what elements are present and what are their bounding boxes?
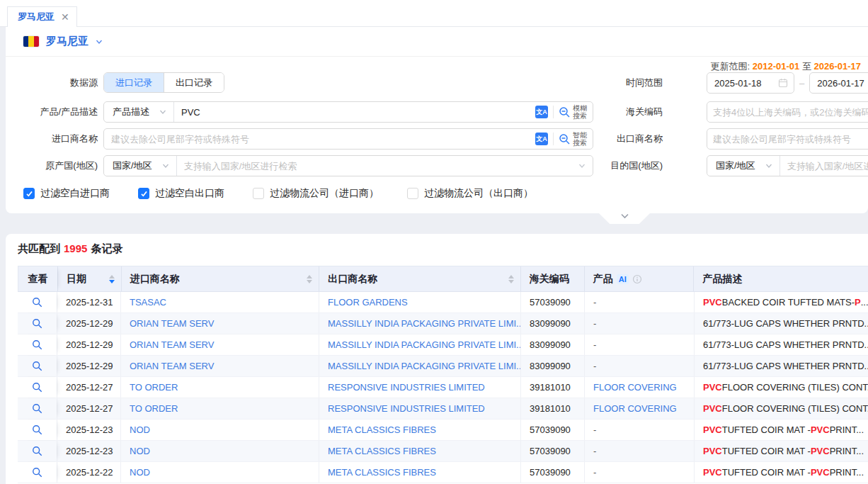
sort-carets[interactable] (307, 275, 312, 283)
importer-link[interactable]: ORIAN TEAM SERV (130, 361, 214, 371)
table-row: 2025-12-22NODMETA CLASSICS FIBRES5703909… (18, 462, 868, 483)
checkbox-checked-icon[interactable] (23, 188, 35, 199)
view-record-button[interactable] (18, 441, 57, 461)
table-row: 2025-12-27TO ORDERRESPONSIVE INDUSTRIES … (18, 377, 868, 398)
tab-romania[interactable]: 罗马尼亚 ✕ (7, 6, 77, 27)
filter-checkbox[interactable]: 过滤空白进口商 (23, 187, 110, 200)
highlight-term: PVC (703, 467, 722, 478)
importer-link[interactable]: TSASAC (130, 297, 166, 308)
col-header-desc: 产品描述 (693, 266, 868, 291)
results-panel: 共匹配到1995条记录 查看 日期 进口商名称 出口商名称 海关编码 产品 AI (6, 234, 868, 484)
destination-input[interactable] (780, 156, 868, 176)
origin-label: 原产国(地区) (6, 155, 98, 176)
view-record-button[interactable] (18, 377, 57, 398)
end-date-input[interactable] (809, 72, 868, 94)
importer-link[interactable]: NOD (130, 424, 150, 435)
search-icon (32, 382, 42, 393)
product-link[interactable]: FLOOR COVERING (593, 403, 677, 414)
start-date-field[interactable] (707, 78, 778, 89)
exporter-link[interactable]: RESPONSIVE INDUSTRIES LIMITED (328, 403, 485, 414)
sort-carets[interactable] (109, 275, 115, 283)
import-records-button[interactable]: 进口记录 (104, 73, 164, 92)
cell-exporter: META CLASSICS FIBRES (319, 462, 520, 483)
origin-type-select[interactable]: 国家/地区 (104, 156, 177, 176)
product-dash: - (593, 297, 596, 308)
importer-link[interactable]: NOD (130, 467, 150, 478)
highlight-term: PVC (703, 297, 722, 308)
view-record-button[interactable] (18, 334, 57, 355)
cell-product: FLOOR COVERING (584, 398, 694, 419)
date-range-separator: – (799, 78, 804, 89)
translate-icon[interactable]: 文A (535, 106, 548, 118)
view-record-button[interactable] (18, 292, 57, 313)
checkbox-checked-icon[interactable] (138, 188, 149, 199)
exporter-link[interactable]: MASSILLY INDIA PACKAGING PRIVATE LIMI... (328, 339, 520, 350)
product-type-select[interactable]: 产品描述 (104, 102, 174, 122)
col-header-importer[interactable]: 进口商名称 (121, 266, 319, 291)
destination-type-select[interactable]: 国家/地区 (707, 156, 780, 176)
sort-carets[interactable] (508, 275, 514, 283)
cell-importer: TSASAC (120, 292, 319, 313)
cell-importer: TO ORDER (120, 398, 319, 419)
highlight-term: PVC (811, 446, 830, 456)
importer-link[interactable]: ORIAN TEAM SERV (130, 339, 214, 350)
view-record-button[interactable] (18, 313, 57, 334)
info-icon[interactable] (632, 274, 642, 284)
checkbox-unchecked-icon[interactable] (407, 188, 418, 199)
view-record-button[interactable] (18, 420, 57, 440)
records-table: 查看 日期 进口商名称 出口商名称 海关编码 产品 AI 产品描述 (18, 266, 868, 483)
product-search-input[interactable] (174, 102, 535, 122)
filter-checkbox[interactable]: 过滤空白出口商 (138, 187, 224, 200)
col-header-exporter[interactable]: 出口商名称 (319, 266, 520, 291)
highlight-term: PVC (703, 446, 722, 456)
exporter-link[interactable]: META CLASSICS FIBRES (328, 467, 436, 478)
destination-label: 目的国(地区) (610, 155, 663, 176)
filter-checkbox[interactable]: 过滤物流公司（出口商） (407, 187, 533, 200)
close-icon[interactable]: ✕ (61, 12, 69, 22)
view-record-button[interactable] (18, 462, 57, 483)
exporter-link[interactable]: META CLASSICS FIBRES (328, 424, 436, 435)
importer-input[interactable] (104, 129, 535, 149)
exporter-link[interactable]: RESPONSIVE INDUSTRIES LIMITED (328, 382, 485, 393)
cell-product: - (584, 462, 694, 483)
importer-link[interactable]: NOD (130, 446, 150, 456)
checkbox-unchecked-icon[interactable] (253, 188, 264, 199)
time-range-label: 时间范围 (626, 72, 663, 94)
collapse-filters-button[interactable] (598, 213, 651, 224)
col-header-date[interactable]: 日期 (57, 266, 121, 291)
highlight-term: PVC (703, 382, 722, 393)
fuzzy-search-button[interactable]: 模糊搜索 (559, 104, 587, 120)
cell-importer: ORIAN TEAM SERV (120, 334, 319, 355)
cell-description: 61/773-LUG CAPS WHETHER PRNTD... (694, 356, 868, 376)
importer-link[interactable]: TO ORDER (130, 382, 178, 393)
time-range-picker: – (707, 72, 868, 94)
translate-icon[interactable]: 文A (535, 133, 548, 145)
start-date-input[interactable] (707, 72, 794, 94)
exporter-link[interactable]: MASSILLY INDIA PACKAGING PRIVATE LIMI... (328, 318, 520, 329)
smart-search-button[interactable]: 智能搜索 (559, 131, 587, 147)
chevron-down-icon[interactable] (96, 38, 103, 45)
end-date-field[interactable] (810, 78, 868, 89)
chevron-down-icon (162, 162, 169, 169)
view-record-button[interactable] (18, 356, 57, 376)
export-records-button[interactable]: 出口记录 (164, 73, 224, 92)
exporter-link[interactable]: META CLASSICS FIBRES (328, 446, 436, 456)
exporter-link[interactable]: FLOOR GARDENS (328, 297, 408, 308)
exporter-link[interactable]: MASSILLY INDIA PACKAGING PRIVATE LIMI... (328, 361, 520, 371)
table-row: 2025-12-29ORIAN TEAM SERVMASSILLY INDIA … (18, 313, 868, 334)
view-record-button[interactable] (18, 398, 57, 419)
exporter-input[interactable] (707, 128, 868, 150)
filter-checkbox[interactable]: 过滤物流公司（进口商） (253, 187, 379, 200)
importer-link[interactable]: ORIAN TEAM SERV (130, 318, 214, 329)
cell-date: 2025-12-29 (57, 313, 120, 334)
product-link[interactable]: FLOOR COVERING (593, 382, 677, 393)
country-selector[interactable]: 罗马尼亚 (6, 27, 868, 57)
origin-input[interactable] (177, 156, 578, 176)
table-body: 2025-12-31TSASACFLOOR GARDENS57039090-PV… (18, 292, 868, 483)
chevron-down-icon (578, 162, 586, 169)
importer-link[interactable]: TO ORDER (130, 403, 178, 414)
hs-code-input[interactable] (707, 101, 868, 123)
cell-date: 2025-12-27 (57, 398, 120, 419)
cell-date: 2025-12-29 (57, 334, 120, 355)
cell-hs-code: 83099090 (520, 313, 584, 334)
